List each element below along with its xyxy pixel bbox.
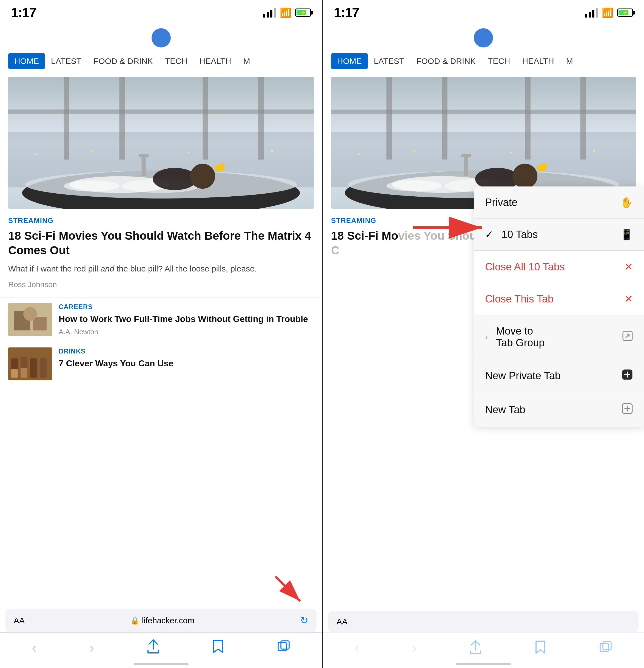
lock-icon-left: 🔒 bbox=[130, 617, 139, 625]
excerpt-italic: and bbox=[100, 264, 114, 273]
nav-more[interactable]: M bbox=[237, 51, 256, 71]
battery-icon: ⚡ bbox=[295, 9, 311, 17]
svg-point-49 bbox=[510, 152, 512, 153]
nav-more-right[interactable]: M bbox=[560, 51, 579, 71]
careers-article[interactable]: CAREERS How to Work Two Full-Time Jobs W… bbox=[0, 297, 322, 342]
svg-rect-32 bbox=[30, 359, 37, 378]
logo-area-left bbox=[0, 23, 322, 50]
drinks-category: DRINKS bbox=[59, 347, 314, 355]
aa-button-right[interactable]: AA bbox=[336, 617, 347, 626]
tabs-button-right bbox=[599, 641, 612, 655]
menu-item-move-tab-group[interactable]: › Move to Tab Group bbox=[474, 315, 644, 359]
svg-point-59 bbox=[541, 163, 547, 168]
nav-latest[interactable]: LATEST bbox=[45, 51, 88, 71]
tabs-button-left[interactable] bbox=[277, 640, 290, 656]
nav-health-right[interactable]: HEALTH bbox=[516, 51, 560, 71]
svg-point-47 bbox=[413, 150, 415, 152]
nav-food-drink-right[interactable]: FOOD & DRINK bbox=[410, 51, 482, 71]
url-text-left: lifehacker.com bbox=[142, 616, 194, 625]
main-title: 18 Sci-Fi Movies You Should Watch Before… bbox=[8, 229, 314, 258]
svg-rect-45 bbox=[331, 110, 636, 114]
svg-point-12 bbox=[230, 154, 231, 155]
hero-svg-left bbox=[8, 77, 314, 209]
svg-point-11 bbox=[188, 152, 190, 153]
svg-point-17 bbox=[64, 180, 120, 192]
battery-icon-right: ⚡ bbox=[617, 9, 633, 17]
svg-rect-3 bbox=[119, 77, 125, 160]
back-button-left[interactable]: ‹ bbox=[32, 639, 36, 656]
left-phone-panel: 1:17 📶 ⚡ HOME LATEST FOOD & DRINK TECH H… bbox=[0, 0, 322, 668]
svg-point-54 bbox=[387, 180, 442, 191]
svg-point-9 bbox=[91, 150, 93, 152]
bookmarks-button-left[interactable] bbox=[212, 639, 224, 656]
svg-point-50 bbox=[593, 150, 595, 152]
nav-food-drink[interactable]: FOOD & DRINK bbox=[88, 51, 159, 71]
svg-point-8 bbox=[49, 156, 50, 157]
menu-item-private[interactable]: Private ✋ bbox=[474, 186, 644, 218]
svg-rect-2 bbox=[64, 77, 69, 160]
nav-home[interactable]: HOME bbox=[8, 53, 45, 69]
status-icons-left: 📶 ⚡ bbox=[263, 7, 311, 18]
new-private-tab-label: New Private Tab bbox=[485, 370, 561, 382]
aa-button-left[interactable]: AA bbox=[14, 616, 25, 625]
nav-latest-right[interactable]: LATEST bbox=[368, 51, 410, 71]
logo-area-right bbox=[323, 23, 644, 50]
svg-point-28 bbox=[23, 307, 37, 321]
url-display-left: 🔒 lifehacker.com bbox=[25, 616, 300, 625]
home-indicator-left bbox=[134, 663, 189, 665]
share-button-left[interactable] bbox=[147, 639, 159, 656]
reload-button-left[interactable]: ↻ bbox=[300, 615, 308, 626]
nav-home-right[interactable]: HOME bbox=[331, 53, 368, 69]
main-author: Ross Johnson bbox=[8, 280, 314, 289]
excerpt-text2: the blue pill? All the loose pills, plea… bbox=[114, 264, 257, 273]
address-bar-right[interactable]: AA bbox=[328, 611, 639, 632]
careers-author: A.A. Newton bbox=[59, 328, 314, 336]
menu-item-close-all[interactable]: Close All 10 Tabs ✕ bbox=[474, 251, 644, 283]
new-tab-label: New Tab bbox=[485, 404, 525, 416]
checkmark-icon: ✓ bbox=[485, 229, 493, 240]
close-all-label: Close All 10 Tabs bbox=[485, 261, 565, 273]
svg-point-7 bbox=[35, 153, 37, 155]
menu-item-new-private-tab[interactable]: New Private Tab bbox=[474, 359, 644, 393]
svg-point-19 bbox=[153, 168, 197, 190]
svg-rect-42 bbox=[442, 77, 447, 160]
nav-bar-right[interactable]: HOME LATEST FOOD & DRINK TECH HEALTH M bbox=[323, 50, 644, 72]
drinks-title: 7 Clever Ways You Can Use bbox=[59, 358, 314, 369]
excerpt-text1: What if I want the red pill bbox=[8, 264, 100, 273]
careers-category: CAREERS bbox=[59, 303, 314, 311]
forward-button-right: › bbox=[412, 639, 417, 656]
forward-button-left[interactable]: › bbox=[89, 639, 94, 656]
move-tab-group-label: Move to Tab Group bbox=[496, 325, 545, 349]
status-bar-left: 1:17 📶 ⚡ bbox=[0, 0, 322, 23]
close-this-label: Close This Tab bbox=[485, 293, 553, 305]
main-article-section: STREAMING 18 Sci-Fi Movies You Should Wa… bbox=[0, 209, 322, 289]
back-button-right: ‹ bbox=[355, 639, 359, 656]
drinks-article[interactable]: DRINKS 7 Clever Ways You Can Use bbox=[0, 342, 322, 386]
nav-tech[interactable]: TECH bbox=[159, 51, 193, 71]
careers-article-content: CAREERS How to Work Two Full-Time Jobs W… bbox=[59, 303, 314, 336]
svg-rect-24 bbox=[139, 154, 148, 157]
svg-rect-5 bbox=[258, 77, 264, 160]
nav-tech-right[interactable]: TECH bbox=[482, 51, 516, 71]
nav-bar-left[interactable]: HOME LATEST FOOD & DRINK TECH HEALTH M bbox=[0, 50, 322, 72]
time-right: 1:17 bbox=[334, 5, 359, 20]
private-label: Private bbox=[485, 197, 517, 208]
signal-icon bbox=[263, 8, 276, 17]
svg-rect-60 bbox=[464, 154, 468, 176]
svg-rect-43 bbox=[525, 77, 531, 160]
menu-item-new-tab[interactable]: New Tab bbox=[474, 393, 644, 427]
svg-rect-41 bbox=[387, 77, 392, 160]
status-icons-right: 📶 ⚡ bbox=[585, 7, 633, 18]
tabs-count-label: 10 Tabs bbox=[502, 229, 538, 241]
drinks-article-content: DRINKS 7 Clever Ways You Can Use bbox=[59, 347, 314, 372]
careers-title: How to Work Two Full-Time Jobs Without G… bbox=[59, 314, 314, 325]
careers-article-img bbox=[8, 303, 52, 336]
drinks-article-img bbox=[8, 347, 52, 380]
new-tab-icon bbox=[622, 403, 633, 417]
svg-point-46 bbox=[358, 153, 360, 155]
svg-rect-44 bbox=[580, 77, 586, 160]
menu-item-10-tabs[interactable]: ✓ 10 Tabs 📱 bbox=[474, 218, 644, 250]
address-bar-left[interactable]: AA 🔒 lifehacker.com ↻ bbox=[5, 609, 316, 632]
menu-item-close-this[interactable]: Close This Tab ✕ bbox=[474, 283, 644, 315]
nav-health[interactable]: HEALTH bbox=[193, 51, 237, 71]
